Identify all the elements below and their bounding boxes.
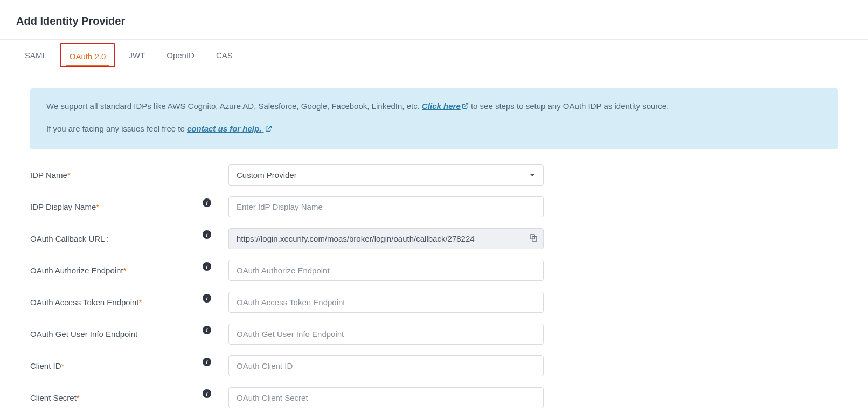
required-marker: * <box>139 298 142 307</box>
access-token-endpoint-input[interactable] <box>228 292 544 313</box>
svg-line-0 <box>464 104 468 107</box>
info-icon[interactable]: i <box>203 198 211 207</box>
label-idp-display-name: IDP Display Name* <box>30 202 203 211</box>
row-client-id: Client ID* i <box>30 355 838 376</box>
authorize-endpoint-input[interactable] <box>228 260 544 281</box>
oauth-form: IDP Name* Custom Provider IDP Display Na… <box>30 164 838 419</box>
copy-button[interactable] <box>529 233 538 245</box>
info-text: to see steps to setup any OAuth IDP as i… <box>471 101 669 111</box>
label-idp-name: IDP Name* <box>30 170 203 180</box>
label-authorize-endpoint: OAuth Authorize Endpoint* <box>30 266 203 275</box>
required-marker: * <box>67 170 71 180</box>
tab-openid[interactable]: OpenID <box>156 40 205 71</box>
callback-url-field[interactable] <box>228 228 544 249</box>
idp-display-name-input[interactable] <box>228 196 544 217</box>
copy-icon <box>529 233 538 243</box>
page-root: Add Identity Provider SAML OAuth 2.0 JWT… <box>0 0 868 419</box>
page-title: Add Identity Provider <box>16 15 852 28</box>
label-client-id: Client ID* <box>30 361 203 370</box>
tab-saml[interactable]: SAML <box>14 40 58 71</box>
external-link-icon <box>462 101 469 113</box>
row-user-info-endpoint: OAuth Get User Info Endpoint i <box>30 324 838 345</box>
tabs-bar: SAML OAuth 2.0 JWT OpenID CAS <box>0 40 868 71</box>
tab-jwt[interactable]: JWT <box>117 40 156 71</box>
label-callback-url: OAuth Callback URL : <box>30 234 203 243</box>
info-icon[interactable]: i <box>203 262 211 271</box>
client-secret-input[interactable] <box>228 387 544 408</box>
svg-line-1 <box>268 126 271 129</box>
row-access-token-endpoint: OAuth Access Token Endpoint* i <box>30 292 838 313</box>
label-client-secret: Client Secret* <box>30 393 203 402</box>
label-user-info-endpoint: OAuth Get User Info Endpoint <box>30 329 203 339</box>
row-callback-url: OAuth Callback URL : i <box>30 228 838 249</box>
tab-oauth2[interactable]: OAuth 2.0 <box>60 43 116 67</box>
required-marker: * <box>123 266 127 275</box>
row-client-secret: Client Secret* i <box>30 387 838 408</box>
content-area: We support all standard IDPs like AWS Co… <box>0 71 868 419</box>
idp-name-select[interactable]: Custom Provider <box>228 164 544 186</box>
row-authorize-endpoint: OAuth Authorize Endpoint* i <box>30 260 838 281</box>
label-access-token-endpoint: OAuth Access Token Endpoint* <box>30 298 203 307</box>
click-here-link[interactable]: Click here <box>422 101 469 111</box>
info-icon[interactable]: i <box>203 230 211 239</box>
external-link-icon <box>265 123 272 136</box>
info-line-1: We support all standard IDPs like AWS Co… <box>46 100 822 113</box>
required-marker: * <box>96 202 99 211</box>
required-marker: * <box>77 393 80 402</box>
row-idp-name: IDP Name* Custom Provider <box>30 164 838 186</box>
user-info-endpoint-input[interactable] <box>228 324 544 345</box>
info-line-2: If you are facing any issues feel free t… <box>46 123 822 136</box>
info-icon[interactable]: i <box>203 294 211 303</box>
info-banner: We support all standard IDPs like AWS Co… <box>30 88 838 149</box>
page-header: Add Identity Provider <box>0 0 868 40</box>
info-icon[interactable]: i <box>203 389 211 398</box>
info-text: We support all standard IDPs like AWS Co… <box>46 101 422 111</box>
contact-us-link[interactable]: contact us for help. <box>187 124 272 133</box>
tab-cas[interactable]: CAS <box>205 40 244 71</box>
client-id-input[interactable] <box>228 355 544 376</box>
info-text: If you are facing any issues feel free t… <box>46 124 187 133</box>
row-idp-display-name: IDP Display Name* i <box>30 196 838 217</box>
required-marker: * <box>61 361 65 370</box>
info-icon[interactable]: i <box>203 358 211 366</box>
info-icon[interactable]: i <box>203 326 211 334</box>
